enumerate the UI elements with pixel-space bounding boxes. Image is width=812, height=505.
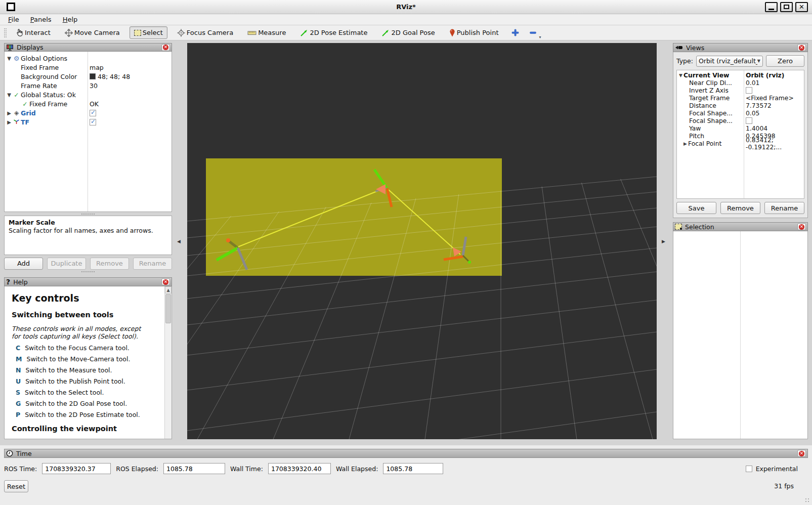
row-value[interactable] [90, 110, 96, 116]
tree-row-grid[interactable]: ▶ ◈ Grid [5, 108, 172, 117]
tool-select[interactable]: Select [130, 26, 167, 39]
grid-checkbox[interactable] [90, 110, 96, 116]
remove-tool-button[interactable]: ▾ [526, 27, 540, 38]
rename-display-button[interactable]: Rename [133, 258, 172, 270]
collapse-icon[interactable]: ▼ [6, 56, 12, 61]
toolbar-grip[interactable] [4, 28, 7, 37]
tree-row-frame-rate[interactable]: Frame Rate 30 [5, 81, 172, 90]
collapse-right-dock-handle[interactable]: ▶ [662, 239, 665, 244]
views-tree[interactable]: ▼ Current View Orbit (rviz) Near Clip Di… [676, 70, 804, 199]
expand-icon[interactable]: ▶ [682, 141, 688, 146]
row-value[interactable] [746, 117, 752, 124]
view-row-near-clip[interactable]: Near Clip Di... 0.01 [677, 79, 804, 87]
selection-close-button[interactable]: ✕ [797, 223, 806, 230]
row-value[interactable] [746, 87, 752, 94]
rename-view-button[interactable]: Rename [764, 202, 804, 214]
selection-tree[interactable] [673, 231, 808, 439]
tree-row-background-color[interactable]: Background Color 48; 48; 48 [5, 72, 172, 81]
splitter-handle[interactable] [4, 212, 172, 216]
experimental-label: Experimental [756, 465, 798, 473]
focal-shape-checkbox[interactable] [746, 117, 752, 124]
reset-button[interactable]: Reset [4, 480, 28, 492]
tree-row-fixed-frame-status[interactable]: ✓ Fixed Frame OK [5, 99, 172, 108]
resize-grip[interactable] [805, 498, 810, 503]
row-value[interactable]: 0.83412; -0.19122;... [746, 137, 804, 151]
help-note: These controls work in all modes, except… [12, 325, 148, 340]
column-divider[interactable] [740, 231, 741, 439]
tree-row-tf[interactable]: ▶ TF [5, 117, 172, 127]
expand-icon[interactable]: ▶ [6, 119, 12, 125]
row-value[interactable]: 7.73572 [746, 102, 772, 109]
ros-time-input[interactable] [42, 463, 111, 474]
tool-publish-point[interactable]: Publish Point [445, 26, 503, 39]
view-row-distance[interactable]: Distance 7.73572 [677, 102, 804, 109]
tf-checkbox[interactable] [90, 119, 96, 125]
time-panel-header[interactable]: Time ✕ [4, 449, 808, 458]
displays-tree[interactable]: ▼ ⚙ Global Options Fixed Frame map Backg… [4, 52, 172, 212]
row-value[interactable]: map [90, 64, 104, 71]
tool-move-camera[interactable]: Move Camera [60, 26, 124, 39]
collapse-icon[interactable]: ▼ [678, 73, 683, 78]
remove-display-button[interactable]: Remove [90, 258, 129, 270]
panel-title: Views [686, 44, 704, 52]
collapse-left-dock-handle[interactable]: ◀ [177, 239, 181, 244]
row-value[interactable]: 48; 48; 48 [90, 73, 130, 80]
row-value[interactable]: 0.01 [746, 79, 759, 87]
view-row-focal-shape-size[interactable]: Focal Shape... 0.05 [677, 109, 804, 117]
wall-time-input[interactable] [268, 463, 331, 474]
tree-row-global-options[interactable]: ▼ ⚙ Global Options [5, 54, 172, 63]
row-value[interactable]: 0.05 [746, 110, 759, 117]
tool-focus-camera[interactable]: Focus Camera [173, 26, 238, 39]
scroll-up-icon[interactable]: ▲ [165, 286, 172, 293]
experimental-checkbox[interactable] [746, 466, 752, 472]
view-row-current-view[interactable]: ▼ Current View Orbit (rviz) [677, 71, 804, 79]
menu-help[interactable]: Help [63, 16, 78, 23]
view-row-invert-z[interactable]: Invert Z Axis [677, 87, 804, 94]
help-panel-header[interactable]: ? Help ✕ [4, 277, 172, 286]
remove-view-button[interactable]: Remove [720, 202, 760, 214]
duplicate-display-button[interactable]: Duplicate [47, 258, 86, 270]
row-value[interactable]: <Fixed Frame> [746, 95, 794, 102]
save-view-button[interactable]: Save [676, 202, 716, 214]
row-label: Yaw [689, 125, 701, 132]
views-close-button[interactable]: ✕ [797, 44, 806, 51]
menu-panels[interactable]: Panels [30, 16, 52, 23]
tree-row-global-status[interactable]: ▼ ✓ Global Status: Ok [5, 90, 172, 99]
row-label: Global Status: Ok [21, 91, 76, 99]
view-row-focal-shape-fixed[interactable]: Focal Shape... [677, 117, 804, 124]
view-row-focal-point[interactable]: ▶ Focal Point 0.83412; -0.19122;... [677, 140, 804, 147]
expand-icon[interactable]: ▶ [6, 110, 12, 116]
row-value[interactable] [90, 119, 96, 125]
tool-2d-goal-pose[interactable]: 2D Goal Pose [377, 26, 439, 39]
view-row-target-frame[interactable]: Target Frame <Fixed Frame> [677, 94, 804, 102]
menu-file[interactable]: File [8, 16, 19, 23]
panel-title: Selection [685, 223, 714, 231]
views-panel-header[interactable]: Views ✕ [673, 43, 808, 52]
tool-2d-pose-estimate[interactable]: 2D Pose Estimate [295, 26, 372, 39]
tool-measure[interactable]: Measure [243, 26, 290, 39]
time-close-button[interactable]: ✕ [797, 450, 806, 457]
ros-elapsed-input[interactable] [163, 463, 225, 474]
displays-panel-header[interactable]: Displays ✕ [4, 43, 172, 52]
invert-z-checkbox[interactable] [746, 87, 752, 94]
selection-panel-header[interactable]: Selection ✕ [673, 222, 808, 231]
row-value[interactable]: 30 [90, 82, 98, 90]
tree-row-fixed-frame[interactable]: Fixed Frame map [5, 63, 172, 72]
add-display-button[interactable]: Add [4, 258, 43, 270]
tool-label: Interact [25, 29, 51, 36]
tool-interact[interactable]: Interact [11, 26, 55, 39]
help-close-button[interactable]: ✕ [161, 278, 170, 285]
menubar: File Panels Help [0, 14, 812, 25]
row-value[interactable]: 1.4004 [746, 125, 767, 132]
splitter-handle[interactable] [4, 270, 172, 273]
view-type-dropdown[interactable]: Orbit (rviz_default_p ▼ [696, 56, 763, 67]
scrollbar-thumb[interactable] [165, 294, 171, 323]
view-row-yaw[interactable]: Yaw 1.4004 [677, 124, 804, 132]
zero-button[interactable]: Zero [766, 55, 804, 67]
collapse-icon[interactable]: ▼ [6, 92, 12, 98]
help-scrollbar[interactable]: ▲ ▼ [164, 286, 172, 439]
wall-elapsed-input[interactable] [383, 463, 443, 474]
add-tool-button[interactable] [508, 27, 523, 38]
displays-close-button[interactable]: ✕ [161, 44, 170, 51]
3d-viewport[interactable] [187, 43, 657, 439]
